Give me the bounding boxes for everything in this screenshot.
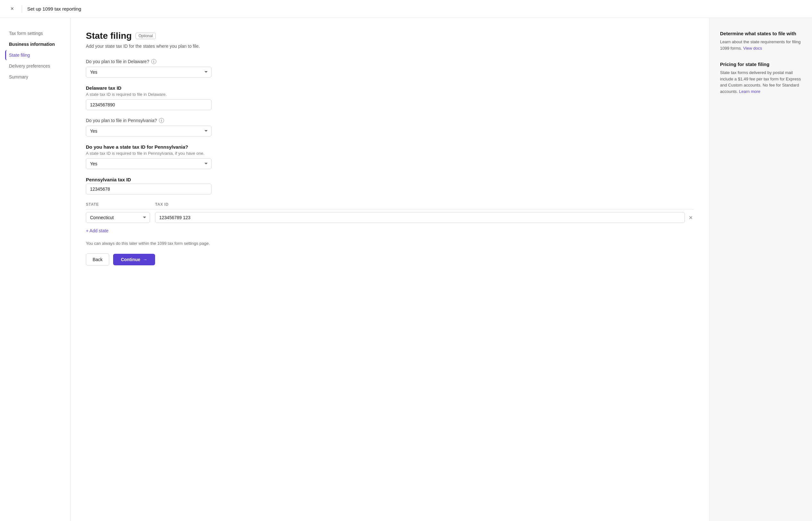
additional-states-table: STATE TAX ID AlabamaAlaskaArizonaArkansa…: [86, 202, 694, 223]
pennsylvania-stateid-label: Do you have a state tax ID for Pennsylva…: [86, 144, 211, 150]
table-row: AlabamaAlaskaArizonaArkansasCaliforniaCo…: [86, 212, 694, 223]
table-header: STATE TAX ID: [86, 202, 694, 209]
pennsylvania-taxid-label: Pennsylvania tax ID: [86, 177, 211, 182]
pennsylvania-question-section: Do you plan to file in Pennsylvania? i Y…: [86, 118, 211, 136]
close-button[interactable]: ×: [8, 4, 17, 14]
learn-more-link[interactable]: Learn more: [739, 89, 760, 94]
state-select[interactable]: AlabamaAlaskaArizonaArkansasCaliforniaCo…: [86, 212, 150, 223]
delaware-taxid-section: Delaware tax ID A state tax ID is requir…: [86, 85, 211, 110]
pennsylvania-stateid-select[interactable]: Yes No: [86, 158, 211, 169]
remove-row-button[interactable]: ✕: [687, 214, 694, 221]
button-row: Back Continue →: [86, 253, 694, 266]
sidebar-item-tax-form-settings[interactable]: Tax form settings: [5, 28, 65, 39]
delaware-taxid-label: Delaware tax ID: [86, 85, 211, 91]
state-select-wrapper: AlabamaAlaskaArizonaArkansasCaliforniaCo…: [86, 212, 150, 223]
pennsylvania-question-select-wrapper: Yes No: [86, 126, 211, 136]
right-section-2-title: Pricing for state filing: [720, 62, 802, 67]
table-col-taxid-header: TAX ID: [155, 202, 694, 207]
delaware-question-label: Do you plan to file in Delaware? i: [86, 59, 211, 64]
sidebar-item-state-filing[interactable]: State filing: [5, 50, 65, 60]
right-section-2-text: State tax forms delivered by postal mail…: [720, 70, 802, 94]
pennsylvania-taxid-input[interactable]: [86, 184, 211, 195]
pennsylvania-stateid-sublabel: A state tax ID is required to file in Pe…: [86, 151, 211, 156]
delaware-question-section: Do you plan to file in Delaware? i Yes N…: [86, 59, 211, 77]
delaware-question-select[interactable]: Yes No: [86, 67, 211, 77]
continue-arrow: →: [143, 257, 148, 262]
right-section-1-text: Learn about the state requirements for f…: [720, 39, 802, 51]
optional-badge: Optional: [136, 33, 156, 39]
sidebar-item-summary[interactable]: Summary: [5, 72, 65, 82]
delaware-taxid-sublabel: A state tax ID is required to file in De…: [86, 92, 211, 97]
sidebar-item-delivery-preferences[interactable]: Delivery preferences: [5, 61, 65, 71]
pennsylvania-question-select[interactable]: Yes No: [86, 126, 211, 136]
delaware-info-icon: i: [151, 59, 156, 64]
page-title: State filing: [86, 31, 132, 41]
sidebar-item-business-information[interactable]: Business information: [5, 39, 65, 49]
pennsylvania-stateid-section: Do you have a state tax ID for Pennsylva…: [86, 144, 211, 169]
layout: Tax form settings Business information S…: [0, 18, 812, 521]
back-button[interactable]: Back: [86, 253, 109, 266]
header-title: Set up 1099 tax reporting: [27, 6, 81, 12]
page-subtitle: Add your state tax ID for the states whe…: [86, 44, 694, 49]
table-col-state-header: STATE: [86, 202, 150, 207]
taxid-input-wrap: ✕: [155, 212, 694, 223]
pennsylvania-taxid-section: Pennsylvania tax ID: [86, 177, 211, 195]
delaware-taxid-input[interactable]: [86, 99, 211, 110]
main-content: State filing Optional Add your state tax…: [70, 18, 709, 521]
taxid-input[interactable]: [155, 212, 685, 223]
sidebar: Tax form settings Business information S…: [0, 18, 70, 521]
right-panel: Determine what states to file with Learn…: [709, 18, 812, 521]
delaware-question-select-wrapper: Yes No: [86, 67, 211, 77]
add-state-button[interactable]: + Add state: [86, 228, 108, 233]
pennsylvania-question-label: Do you plan to file in Pennsylvania? i: [86, 118, 211, 123]
right-section-1: Determine what states to file with Learn…: [720, 31, 802, 51]
right-section-2: Pricing for state filing State tax forms…: [720, 62, 802, 94]
right-section-1-title: Determine what states to file with: [720, 31, 802, 36]
page-title-row: State filing Optional: [86, 31, 694, 41]
header-divider: [22, 5, 22, 13]
pennsylvania-info-icon: i: [159, 118, 164, 123]
continue-button[interactable]: Continue →: [113, 254, 155, 265]
pennsylvania-stateid-select-wrapper: Yes No: [86, 158, 211, 169]
view-docs-link[interactable]: View docs: [743, 46, 762, 51]
header: × Set up 1099 tax reporting: [0, 0, 812, 18]
footer-note: You can always do this later within the …: [86, 241, 694, 246]
